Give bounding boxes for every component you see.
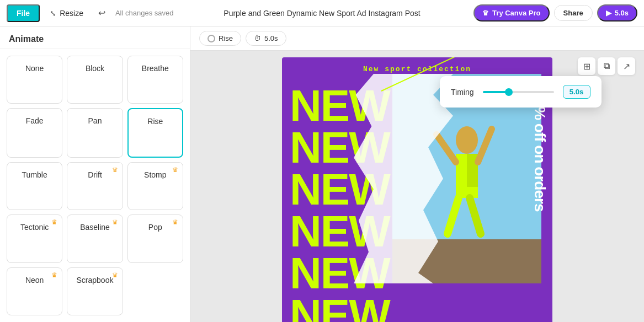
export-tool-button[interactable]: ↗ xyxy=(618,57,635,75)
timing-slider[interactable] xyxy=(483,91,554,93)
crown-icon: ♛ xyxy=(51,271,57,279)
anim-btn-baseline[interactable]: Baseline♛ xyxy=(67,214,123,262)
crown-icon: ♛ xyxy=(112,166,118,174)
poster-title: New sport collection xyxy=(282,57,552,73)
left-panel: Animate NoneBlockBreatheFadePanRiseTumbl… xyxy=(0,26,190,322)
secondary-toolbar: Rise ⏱ 5.0s xyxy=(190,26,644,51)
anim-btn-rise[interactable]: Rise xyxy=(127,108,183,157)
anim-btn-scrapbook[interactable]: Scrapbook♛ xyxy=(67,267,123,315)
anim-btn-tectonic[interactable]: Tectonic♛ xyxy=(7,214,62,262)
undo-icon: ↩ xyxy=(98,8,105,18)
anim-btn-neon[interactable]: Neon♛ xyxy=(7,267,62,315)
anim-btn-stomp[interactable]: Stomp♛ xyxy=(127,162,183,210)
copy-tool-button[interactable]: ⧉ xyxy=(598,57,615,75)
file-button[interactable]: File xyxy=(7,4,40,22)
timing-button[interactable]: ⏱ 5.0s xyxy=(246,31,286,46)
rise-button[interactable]: Rise xyxy=(199,31,241,46)
timing-value: 5.0s xyxy=(563,85,590,99)
anim-btn-drift[interactable]: Drift♛ xyxy=(67,162,123,210)
share-button[interactable]: Share xyxy=(554,5,593,21)
poster-side-text: 10% off on orders xyxy=(531,90,548,211)
timing-popup: Timing 5.0s xyxy=(440,76,602,108)
play-button[interactable]: ▶ 5.0s xyxy=(597,4,637,22)
anim-btn-pop[interactable]: Pop♛ xyxy=(127,214,183,262)
crown-icon: ♛ xyxy=(51,218,57,226)
anim-btn-breathe[interactable]: Breathe xyxy=(127,56,183,104)
anim-btn-block[interactable]: Block xyxy=(67,56,123,104)
crown-icon: ♛ xyxy=(112,218,118,226)
animation-grid: NoneBlockBreatheFadePanRiseTumbleDrift♛S… xyxy=(0,49,190,322)
anim-btn-pan[interactable]: Pan xyxy=(67,108,123,157)
resize-button[interactable]: ⤡ Resize xyxy=(44,6,89,21)
crown-icon: ♛ xyxy=(172,218,178,226)
play-icon: ▶ xyxy=(606,9,611,17)
crown-icon: ♛ xyxy=(112,271,118,279)
svg-point-2 xyxy=(456,126,478,154)
crown-icon: ♛ xyxy=(482,9,489,17)
timing-slider-wrapper xyxy=(483,91,554,93)
anim-btn-tumble[interactable]: Tumble xyxy=(7,162,62,210)
frame-tool-button[interactable]: ⊞ xyxy=(578,57,595,75)
clock-icon: ⏱ xyxy=(254,34,261,42)
canva-pro-button[interactable]: ♛ Try Canva Pro xyxy=(473,4,549,22)
anim-btn-none[interactable]: None xyxy=(7,56,62,104)
undo-button[interactable]: ↩ xyxy=(93,4,111,22)
timing-popup-label: Timing xyxy=(451,88,474,96)
document-title: Purple and Green Dynamic New Sport Ad In… xyxy=(223,9,420,18)
resize-icon: ⤡ xyxy=(50,9,56,18)
main-layout: Animate NoneBlockBreatheFadePanRiseTumbl… xyxy=(0,26,644,322)
topbar: File ⤡ Resize ↩ All changes saved Purple… xyxy=(0,0,644,26)
crown-icon: ♛ xyxy=(172,166,178,174)
rise-dot-icon xyxy=(207,35,215,42)
anim-btn-fade[interactable]: Fade xyxy=(7,108,62,157)
canvas-tools: ⊞ ⧉ ↗ xyxy=(578,57,635,75)
animate-header: Animate xyxy=(0,26,190,49)
topbar-right: ♛ Try Canva Pro Share ▶ 5.0s xyxy=(473,4,637,22)
